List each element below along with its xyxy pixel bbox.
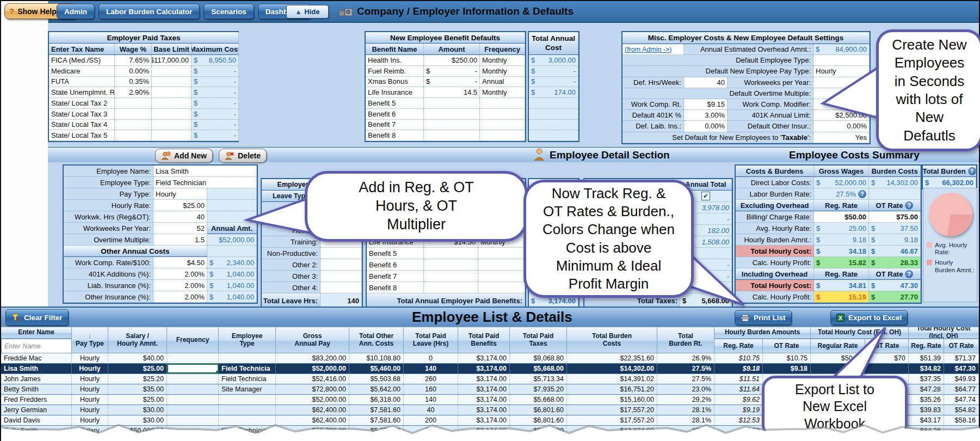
summary-value-cell[interactable]: 27.5%? [814,188,869,200]
column-header[interactable]: Reg. Rate [714,339,763,353]
summary-value-cell[interactable]: $52,000.00 [814,177,869,188]
list-cell[interactable]: Site Manager [219,384,276,394]
column-header[interactable]: Reg. Rate [909,339,944,353]
taxes-cell[interactable]: $8,950.50 [192,55,239,66]
list-cell[interactable]: $13,874.00 [567,426,657,436]
help-icon[interactable]: ? [905,201,913,210]
list-cell[interactable]: $3,174.00 [458,353,510,363]
list-cell[interactable]: $50,000.00 [108,426,167,436]
employee-field-cell[interactable]: $25.00 [153,200,207,211]
def-hrs-week-cell[interactable]: 40 [684,77,728,88]
list-cell[interactable]: $52,416.00 [276,374,349,384]
list-cell[interactable]: $47.30 [944,364,979,373]
list-cell[interactable]: $54.82 [944,405,979,415]
list-cell[interactable]: $6,801.60 [510,405,567,415]
benefit-cell[interactable] [424,120,480,131]
column-header[interactable]: Gross Annual Pay [276,327,349,353]
list-cell[interactable]: $5,450.00 [510,426,567,436]
taxes-cell[interactable]: $117,000.00 [152,55,192,66]
total-burden-value-cell[interactable]: $66,302.00 [923,177,976,188]
clear-filter-button[interactable]: x Clear Filter [5,309,69,326]
list-cell[interactable]: 0 [404,353,458,363]
pay-type-sort-header[interactable]: ↓Pay Type [72,327,108,353]
column-header[interactable]: Total Paid Benefits [458,327,510,353]
list-cell[interactable] [944,426,979,436]
overhead-value-cell[interactable]: $84,900.00 [813,44,870,55]
list-cell[interactable]: $3,174.00 [458,426,510,436]
list-cell[interactable]: Jerry Germian [1,405,72,415]
list-cell[interactable]: $17,557.20 [567,405,657,415]
summary-value-cell[interactable]: $28.33 [869,257,921,268]
taxes-cell[interactable]: $- [192,87,239,98]
list-cell[interactable]: 140 [404,364,458,373]
list-cell[interactable]: $12.53 [714,415,763,425]
taxes-cell[interactable] [152,66,192,77]
taxes-cell[interactable]: $- [192,109,239,120]
benefit-total-cell[interactable]: $- [529,77,578,88]
list-cell[interactable]: Fred Fredders [1,395,72,405]
summary-value-cell[interactable]: $15.19 [814,291,869,303]
benefit-total-cell[interactable] [529,98,578,109]
list-cell[interactable] [167,395,219,405]
benefit-cell[interactable]: Fuel Reimb. [366,66,424,77]
list-cell[interactable]: $50,700.00 [276,426,349,436]
list-cell[interactable] [219,415,276,425]
list-cell[interactable]: $40.00 [108,353,167,363]
list-cell[interactable]: $11.64 [714,384,763,394]
taxes-cell[interactable]: $- [192,120,239,131]
benefit-cell[interactable]: Monthly [480,55,525,66]
summary-value-cell[interactable]: $25.00 [814,223,869,234]
list-cell[interactable]: $10.75 [714,353,763,363]
list-cell[interactable]: Salary [72,426,108,436]
summary-value-cell[interactable]: $14,302.00 [869,177,921,188]
taxes-cell[interactable]: 2.90% [115,87,152,98]
list-cell[interactable] [167,384,219,394]
benefit-cell[interactable]: Benefit 8 [366,130,424,141]
list-cell[interactable]: 23.0% [657,384,714,394]
taxes-cell[interactable]: 0.35% [115,77,152,88]
benefit-cell[interactable]: $250.00 [424,55,480,66]
benefit-cell[interactable]: Annual [480,77,525,88]
taxes-cell[interactable]: State Unemplmnt. Rate [49,87,115,98]
list-cell[interactable]: Field Technicia [219,374,276,384]
work-comp-rt-cell[interactable]: $9.15 [684,99,728,110]
list-cell[interactable]: $34.82 [909,364,944,373]
list-cell[interactable]: $25.20 [108,374,167,384]
list-cell[interactable] [219,395,276,405]
list-cell[interactable]: $62,400.00 [276,405,349,415]
list-cell[interactable]: $10,108.80 [349,353,404,363]
other-cost-cell[interactable]: 2.00% [153,268,207,280]
summary-value-cell[interactable]: $34.81 [814,280,869,291]
list-cell[interactable] [167,405,219,415]
employee-field-cell[interactable]: 52 [153,223,207,234]
benefit-cell[interactable]: 14.5 [424,87,480,98]
list-cell[interactable]: $49.93 [944,374,979,384]
benefit-cell[interactable] [480,109,525,120]
benefit-cell[interactable]: Xmas Bonus [366,77,424,88]
list-cell[interactable]: Lisa Smith [1,364,72,373]
list-cell[interactable]: $6,318.00 [349,395,404,405]
list-cell[interactable]: 27.7% [657,426,714,436]
list-cell[interactable]: 28.1% [657,415,714,425]
column-header[interactable]: Employee Type [219,327,276,353]
list-cell[interactable]: $7,581.60 [349,415,404,425]
list-cell[interactable]: $43.17 [909,415,944,425]
taxes-cell[interactable]: 0.00% [115,66,152,77]
employee-field-cell[interactable]: Lisa Smith [153,166,257,177]
list-cell[interactable]: 29.2% [657,395,714,405]
list-cell[interactable]: John James [1,374,72,384]
list-cell[interactable]: $6,801.60 [510,415,567,425]
taxes-cell[interactable] [152,130,192,141]
benefit-total-cell[interactable] [529,130,578,141]
summary-value-cell[interactable]: $50.00 [814,211,869,223]
summary-value-cell[interactable]: $15.82 [814,257,869,268]
list-cell[interactable]: $14,391.02 [567,374,657,384]
benefit-cell[interactable]: Benefit 5 [366,98,424,109]
list-cell[interactable]: $84.26 [909,426,944,436]
taxes-cell[interactable] [115,130,152,141]
other-cost-annual-cell[interactable]: $1,040.00 [207,291,257,303]
benefit-total-cell[interactable] [529,120,578,131]
list-cell[interactable]: $9.62 [714,395,763,405]
list-cell[interactable]: $62,400.00 [276,415,349,425]
list-cell[interactable]: $7,581.60 [349,405,404,415]
